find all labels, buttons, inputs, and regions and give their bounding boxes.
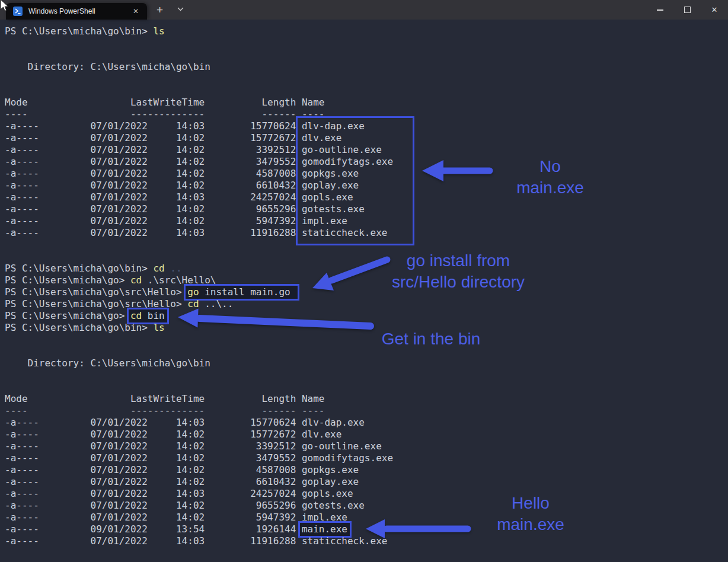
terminal-line: [5, 37, 728, 49]
terminal-line: ---- ------------- ------ ----: [5, 405, 728, 417]
terminal-line: [5, 239, 728, 251]
terminal-line: -a---- 07/01/2022 14:02 4587008 gopkgs.e…: [5, 168, 728, 180]
terminal-line: -a---- 07/01/2022 14:02 9655296 gotests.…: [5, 203, 728, 215]
terminal-line: PS C:\Users\micha\go\src\Hello> go insta…: [5, 286, 728, 298]
tab-windows-powershell[interactable]: Windows PowerShell ✕: [6, 3, 147, 20]
tab-title: Windows PowerShell: [28, 7, 128, 15]
terminal-line: -a---- 07/01/2022 14:03 11916288 staticc…: [5, 535, 728, 547]
close-button[interactable]: ✕: [701, 0, 728, 20]
mouse-cursor: [0, 0, 10, 13]
terminal-line: -a---- 07/01/2022 14:03 11916288 staticc…: [5, 227, 728, 239]
terminal-line: Directory: C:\Users\micha\go\bin: [5, 61, 728, 73]
terminal-line: PS C:\Users\micha\go\src\Hello> cd ..\..: [5, 298, 728, 310]
titlebar: Windows PowerShell ✕ + ✕: [0, 0, 728, 20]
terminal-line: -a---- 07/01/2022 14:03 15770624 dlv-dap…: [5, 120, 728, 132]
terminal-line: -a---- 07/01/2022 14:02 3392512 go-outli…: [5, 440, 728, 452]
minimize-button[interactable]: [646, 0, 673, 20]
terminal-line: Mode LastWriteTime Length Name: [5, 393, 728, 405]
terminal-line: [5, 334, 728, 346]
terminal-line: -a---- 07/01/2022 14:02 3392512 go-outli…: [5, 144, 728, 156]
terminal-line: -a---- 07/01/2022 14:02 3479552 gomodify…: [5, 452, 728, 464]
terminal-line: -a---- 07/01/2022 14:02 6610432 goplay.e…: [5, 180, 728, 191]
terminal-line: [5, 381, 728, 393]
terminal-line: PS C:\Users\micha\go\bin> cd ..: [5, 263, 728, 274]
terminal-line: -a---- 07/01/2022 14:02 4587008 gopkgs.e…: [5, 464, 728, 476]
maximize-button[interactable]: [673, 0, 701, 20]
terminal-line: [5, 73, 728, 85]
window-controls: ✕: [646, 0, 728, 20]
terminal-line: Mode LastWriteTime Length Name: [5, 97, 728, 108]
maximize-icon: [684, 7, 691, 13]
terminal-line: -a---- 07/01/2022 14:02 15772672 dlv.exe: [5, 429, 728, 440]
terminal-line: -a---- 07/01/2022 14:03 24257024 gopls.e…: [5, 191, 728, 203]
terminal-line: [5, 369, 728, 381]
terminal-line: ---- ------------- ------ ----: [5, 108, 728, 120]
new-tab-button[interactable]: +: [157, 2, 163, 18]
terminal-line: [5, 346, 728, 357]
minimize-icon: [657, 9, 663, 11]
terminal-line: [5, 251, 728, 263]
terminal-line: -a---- 07/01/2022 14:02 15772672 dlv.exe: [5, 132, 728, 144]
powershell-icon: [13, 7, 23, 16]
terminal-line: -a---- 07/01/2022 14:02 5947392 impl.exe: [5, 215, 728, 227]
terminal-line: [5, 49, 728, 61]
tab-dropdown-button[interactable]: [177, 2, 184, 14]
terminal-line: PS C:\Users\micha\go\bin> ls: [5, 25, 728, 37]
terminal-line: PS C:\Users\micha\go> cd bin: [5, 310, 728, 322]
terminal-line: -a---- 07/01/2022 14:03 24257024 gopls.e…: [5, 488, 728, 500]
terminal-line: Directory: C:\Users\micha\go\bin: [5, 357, 728, 369]
terminal-line: -a---- 09/01/2022 13:54 1926144 main.exe: [5, 523, 728, 535]
terminal-line: -a---- 07/01/2022 14:02 5947392 impl.exe: [5, 512, 728, 523]
terminal-line: -a---- 07/01/2022 14:03 15770624 dlv-dap…: [5, 417, 728, 429]
terminal-screen[interactable]: PS C:\Users\micha\go\bin> ls Directory: …: [0, 20, 728, 562]
terminal-line: PS C:\Users\micha\go> cd .\src\Hello\: [5, 274, 728, 286]
terminal-window: Windows PowerShell ✕ + ✕ PS C:\Users\mic…: [0, 0, 728, 562]
terminal-line: -a---- 07/01/2022 14:02 9655296 gotests.…: [5, 500, 728, 512]
terminal-line: -a---- 07/01/2022 14:02 3479552 gomodify…: [5, 156, 728, 168]
terminal-line: PS C:\Users\micha\go\bin> ls: [5, 322, 728, 334]
chevron-down-icon: [177, 7, 184, 11]
terminal-line: [5, 85, 728, 97]
terminal-line: -a---- 07/01/2022 14:02 6610432 goplay.e…: [5, 476, 728, 488]
tab-close-icon[interactable]: ✕: [128, 7, 143, 15]
close-icon: ✕: [711, 5, 718, 14]
